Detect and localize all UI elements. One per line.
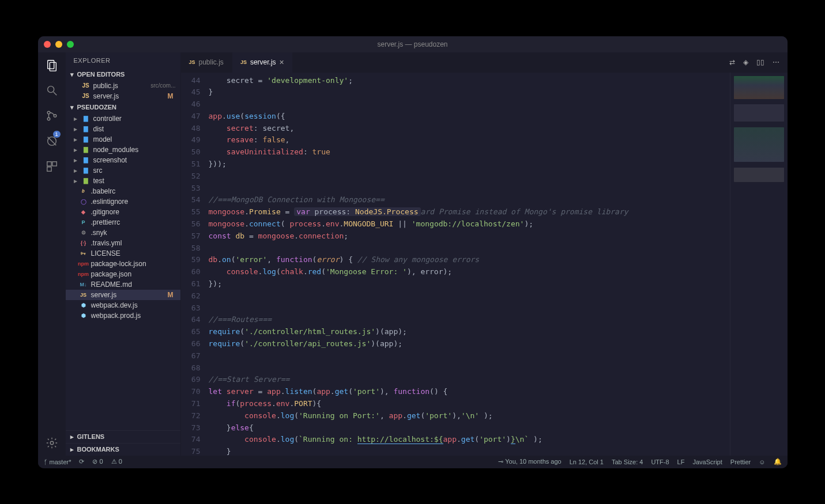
chevron-right-icon: ▸ bbox=[74, 146, 78, 154]
svg-rect-11 bbox=[47, 166, 51, 170]
chevron-right-icon: ▸ bbox=[74, 166, 78, 175]
file-name: .gitignore bbox=[91, 208, 176, 216]
git-blame[interactable]: ⊸ You, 10 months ago bbox=[498, 458, 561, 465]
file-name: controller bbox=[93, 115, 176, 123]
bookmarks-header[interactable]: ▸ BOOKMARKS bbox=[66, 443, 180, 456]
minimap[interactable] bbox=[730, 73, 788, 456]
warnings-count[interactable]: ⚠ 0 bbox=[111, 458, 122, 465]
file-type-icon: {·} bbox=[80, 239, 88, 247]
tab-size[interactable]: Tab Size: 4 bbox=[612, 458, 643, 465]
encoding[interactable]: UTF-8 bbox=[651, 458, 669, 465]
file-name: server.js bbox=[93, 92, 164, 100]
file-item[interactable]: ⬢ webpack.dev.js bbox=[66, 300, 180, 310]
cursor-position[interactable]: Ln 12, Col 1 bbox=[570, 458, 604, 465]
chevron-right-icon: ▸ bbox=[74, 156, 78, 164]
file-item[interactable]: 𝘣 .babelrc bbox=[66, 186, 180, 196]
status-bar: ᚶ master* ⟳ ⊘ 0 ⚠ 0 ⊸ You, 10 months ago… bbox=[38, 456, 788, 468]
folder-icon: ▇ bbox=[82, 156, 90, 164]
explorer-icon[interactable] bbox=[45, 58, 59, 72]
file-name: .babelrc bbox=[91, 187, 176, 195]
open-editor-item[interactable]: JS server.js M bbox=[66, 91, 180, 101]
file-name: README.md bbox=[91, 281, 176, 289]
js-file-icon: JS bbox=[82, 92, 90, 100]
more-actions-icon[interactable]: ⋯ bbox=[773, 58, 779, 66]
file-name: node_modules bbox=[93, 146, 176, 154]
chevron-down-icon: ▾ bbox=[70, 71, 75, 78]
chevron-right-icon: ▸ bbox=[74, 177, 78, 185]
file-name: model bbox=[93, 135, 176, 143]
language-mode[interactable]: JavaScript bbox=[692, 458, 722, 465]
folder-icon: ▇ bbox=[82, 125, 90, 133]
extensions-icon[interactable] bbox=[45, 160, 59, 173]
sidebar: EXPLORER ▾ OPEN EDITORS JS public.js src… bbox=[66, 52, 181, 456]
file-item[interactable]: ◆ .gitignore bbox=[66, 207, 180, 217]
editor-tab[interactable]: JS public.js bbox=[181, 52, 232, 73]
formatter[interactable]: Prettier bbox=[730, 458, 751, 465]
git-branch[interactable]: ᚶ master* bbox=[44, 458, 71, 465]
sidebar-title: EXPLORER bbox=[66, 52, 180, 69]
chevron-right-icon: ▸ bbox=[74, 135, 78, 143]
file-type-icon: ⬢ bbox=[80, 301, 88, 309]
folder-item[interactable]: ▸ ▇ src bbox=[66, 165, 180, 176]
folder-item[interactable]: ▸ ▇ controller bbox=[66, 113, 180, 124]
svg-line-3 bbox=[53, 92, 56, 95]
file-item[interactable]: P .prettierrc bbox=[66, 217, 180, 228]
folder-item[interactable]: ▸ ▇ screenshot bbox=[66, 155, 180, 165]
eol[interactable]: LF bbox=[677, 458, 685, 465]
tab-label: server.js bbox=[250, 58, 276, 66]
file-name: webpack.prod.js bbox=[91, 312, 176, 320]
search-icon[interactable] bbox=[45, 84, 59, 97]
settings-gear-icon[interactable] bbox=[45, 436, 59, 450]
chevron-right-icon: ▸ bbox=[74, 125, 78, 133]
project-header[interactable]: ▾ PSEUDOZEN bbox=[66, 101, 180, 113]
file-item[interactable]: M↓ README.md bbox=[66, 279, 180, 290]
file-type-icon: P bbox=[80, 218, 88, 226]
code-content[interactable]: secret = 'development-only';} app.use(se… bbox=[209, 73, 730, 456]
errors-count[interactable]: ⊘ 0 bbox=[92, 458, 103, 465]
type-hint-popup: var process: NodeJS.Process bbox=[294, 207, 420, 216]
svg-point-4 bbox=[47, 111, 50, 114]
source-control-icon[interactable] bbox=[45, 109, 59, 123]
open-editors-header[interactable]: ▾ OPEN EDITORS bbox=[66, 69, 180, 81]
editor-tab[interactable]: JS server.js × bbox=[232, 52, 293, 73]
editor[interactable]: 4445464748495051525354555657585960616263… bbox=[181, 73, 788, 456]
close-tab-icon[interactable]: × bbox=[280, 58, 284, 67]
file-item[interactable]: 🗝 LICENSE bbox=[66, 248, 180, 259]
folder-item[interactable]: ▸ ▇ node_modules bbox=[66, 145, 180, 155]
folder-item[interactable]: ▸ ▇ model bbox=[66, 134, 180, 145]
file-item[interactable]: ⚙ .snyk bbox=[66, 228, 180, 238]
section-label: PSEUDOZEN bbox=[77, 104, 116, 111]
compare-changes-icon[interactable]: ⇄ bbox=[729, 58, 735, 66]
split-editor-icon[interactable]: ▯▯ bbox=[756, 58, 764, 66]
open-changes-icon[interactable]: ◈ bbox=[743, 58, 748, 66]
open-editors-list: JS public.js src/com... JS server.js M bbox=[66, 81, 180, 101]
svg-point-2 bbox=[47, 86, 54, 92]
file-item[interactable]: {·} .travis.yml bbox=[66, 238, 180, 248]
folder-item[interactable]: ▸ ▇ dist bbox=[66, 124, 180, 134]
file-item[interactable]: JS server.js M bbox=[66, 290, 180, 300]
file-status: M bbox=[168, 92, 176, 100]
source-control-badge: 1 bbox=[53, 131, 61, 138]
file-name: package.json bbox=[91, 270, 176, 278]
editor-area: JS public.js JS server.js × ⇄ ◈ ▯▯ ⋯ 444… bbox=[181, 52, 788, 456]
file-tree: ▸ ▇ controller▸ ▇ dist▸ ▇ model▸ ▇ node_… bbox=[66, 113, 180, 430]
file-name: LICENSE bbox=[91, 249, 176, 257]
file-item[interactable]: npm package-lock.json bbox=[66, 259, 180, 269]
file-type-icon: ⚙ bbox=[80, 229, 88, 237]
tab-bar: JS public.js JS server.js × ⇄ ◈ ▯▯ ⋯ bbox=[181, 52, 788, 73]
chevron-down-icon: ▾ bbox=[70, 104, 75, 111]
folder-icon: ▇ bbox=[82, 146, 90, 154]
file-item[interactable]: ◯ .eslintignore bbox=[66, 196, 180, 207]
file-name: dist bbox=[93, 125, 176, 133]
gitlens-header[interactable]: ▸ GITLENS bbox=[66, 430, 180, 443]
open-editor-item[interactable]: JS public.js src/com... bbox=[66, 81, 180, 91]
sync-icon[interactable]: ⟳ bbox=[79, 458, 84, 465]
file-name: server.js bbox=[91, 291, 164, 299]
file-name: .eslintignore bbox=[91, 198, 176, 206]
notifications-icon[interactable]: 🔔 bbox=[774, 458, 782, 465]
folder-item[interactable]: ▸ ▇ test bbox=[66, 176, 180, 186]
feedback-icon[interactable]: ☺ bbox=[759, 458, 765, 465]
file-item[interactable]: npm package.json bbox=[66, 269, 180, 279]
file-item[interactable]: ⬢ webpack.prod.js bbox=[66, 310, 180, 321]
app-window: server.js — pseudozen 1 bbox=[38, 36, 788, 468]
